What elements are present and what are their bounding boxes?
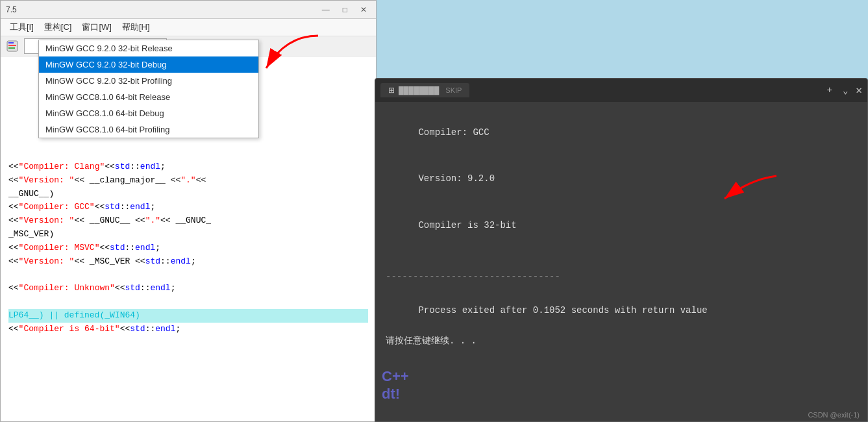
close-button[interactable]: ✕ xyxy=(356,4,371,16)
terminal-plus-button[interactable]: + xyxy=(825,84,835,97)
terminal-chevron-button[interactable]: ⌄ xyxy=(840,84,850,97)
code-line-6: _MSC_VER) xyxy=(8,228,368,242)
code-line-8: << "Version: " << _MSC_VER << std :: end… xyxy=(8,255,368,269)
code-line-4: << "Compiler: GCC" << std :: endl ; xyxy=(8,201,368,214)
dropdown-item-1[interactable]: MinGW GCC 9.2.0 32-bit Debug xyxy=(39,56,258,73)
dropdown-item-5[interactable]: MinGW GCC8.1.0 64-bit Profiling xyxy=(39,121,258,138)
terminal-window: ⊞ ████████ SKIP + ⌄ ✕ Compiler: GCC Vers… xyxy=(375,78,868,422)
terminal-separator xyxy=(386,251,857,267)
terminal-titlebar: ⊞ ████████ SKIP + ⌄ ✕ xyxy=(375,79,867,102)
cpp-overlay: C++ dt! xyxy=(382,368,409,403)
menu-window[interactable]: 窗口[W] xyxy=(78,20,116,34)
terminal-tab[interactable]: ⊞ ████████ SKIP xyxy=(380,83,469,97)
code-line-blank-2 xyxy=(8,295,368,309)
dropdown-item-2[interactable]: MinGW GCC 9.2.0 32-bit Profiling xyxy=(39,73,258,89)
menubar: 工具[I] 重构[C] 窗口[W] 帮助[H] xyxy=(1,19,376,36)
terminal-tab-icon: ⊞ xyxy=(388,86,395,95)
code-line-2: << "Version: " << __clang_major__ << "."… xyxy=(8,174,368,188)
minimize-button[interactable]: — xyxy=(318,4,334,16)
code-line-9: << "Compiler: Unknown" << std :: endl ; xyxy=(8,282,368,295)
dropdown-item-0[interactable]: MinGW GCC 9.2.0 32-bit Release xyxy=(39,40,258,56)
terminal-process-line: Process exited after 0.1052 seconds with… xyxy=(386,288,857,334)
code-line-5: << "Version: " << __GNUC__ << "." << __G… xyxy=(8,214,368,228)
terminal-continue-line: 请按任意键继续. . . xyxy=(386,334,857,349)
code-line-blank-1 xyxy=(8,268,368,282)
code-line-3: __GNUC__) xyxy=(8,188,368,201)
dropdown-item-4[interactable]: MinGW GCC8.1.0 64-bit Debug xyxy=(39,105,258,121)
maximize-button[interactable]: □ xyxy=(339,4,351,16)
menu-refactor[interactable]: 重构[C] xyxy=(40,20,76,34)
title-text: 7.5 xyxy=(6,5,17,14)
ide-window: 7.5 — □ ✕ 工具[I] 重构[C] 窗口[W] 帮助[H] MinGW … xyxy=(0,0,377,422)
terminal-separator-line: -------------------------------- xyxy=(386,269,857,285)
terminal-content: Compiler: GCC Version: 9.2.0 Compiler is… xyxy=(375,102,867,408)
terminal-close-button[interactable]: ✕ xyxy=(856,84,862,97)
terminal-line-1: Compiler: GCC xyxy=(386,110,857,156)
title-bar-controls: — □ ✕ xyxy=(318,4,371,16)
svg-rect-2 xyxy=(8,45,16,46)
svg-rect-1 xyxy=(8,42,14,43)
dropdown-item-3[interactable]: MinGW GCC8.1.0 64-bit Release xyxy=(39,89,258,105)
background-teal xyxy=(368,0,868,84)
dt-icon: dt! xyxy=(382,386,409,403)
terminal-footer: CSDN @exit(-1) xyxy=(375,408,867,421)
menu-tools[interactable]: 工具[I] xyxy=(6,20,38,34)
terminal-tab-area: ⊞ ████████ SKIP xyxy=(380,83,469,97)
code-line-10: LP64__) || defined(_WIN64) xyxy=(8,309,368,323)
toolbar-icon xyxy=(5,38,20,54)
code-line-1: << "Compiler: Clang" << std :: endl ; xyxy=(8,160,368,174)
menu-help[interactable]: 帮助[H] xyxy=(118,20,154,34)
code-line-11: << "Compiler is 64-bit" << std :: endl ; xyxy=(8,323,368,336)
terminal-line-2: Version: 9.2.0 xyxy=(386,156,857,202)
build-config-dropdown-menu[interactable]: MinGW GCC 9.2.0 32-bit Release MinGW GCC… xyxy=(38,40,259,138)
terminal-tab-label: ████████ xyxy=(399,86,439,94)
svg-rect-3 xyxy=(8,47,15,49)
terminal-line-3: Compiler is 32-bit xyxy=(386,203,857,249)
title-bar: 7.5 — □ ✕ xyxy=(1,1,376,19)
terminal-skip-label: SKIP xyxy=(445,86,462,94)
code-line-7: << "Compiler: MSVC" << std :: endl ; xyxy=(8,242,368,255)
terminal-controls: + ⌄ ✕ xyxy=(825,84,862,97)
cpp-icon: C++ xyxy=(382,368,409,385)
